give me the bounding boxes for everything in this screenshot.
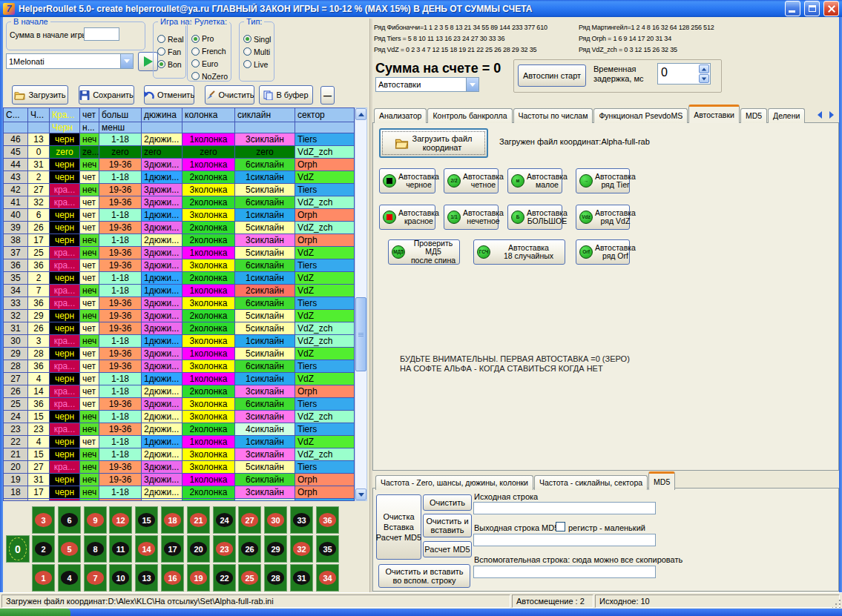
roulette-cell-32[interactable]: 32	[290, 535, 313, 563]
roulette-cell-18[interactable]: 18	[161, 506, 184, 534]
minimize-button[interactable]	[785, 1, 800, 16]
table-row[interactable]: 1723кра...неч19-362дюжи...2колонка4сикла…	[4, 499, 354, 501]
main-tab-2[interactable]: Контроль банкролла	[427, 108, 512, 123]
roulette-cell-23[interactable]: 23	[213, 535, 236, 563]
taskbar[interactable]	[0, 609, 842, 616]
roulette-cell-36[interactable]: 36	[316, 506, 339, 534]
table-row[interactable]: 2323кра...неч19-362дюжи...2колонка4сикла…	[4, 423, 354, 436]
autobet-odd-button[interactable]: 1/1Автоставканечетное	[444, 205, 499, 230]
scrollbar-thumb[interactable]	[355, 297, 366, 371]
roulette-cell-33[interactable]: 33	[290, 506, 313, 534]
roulette-cell-9[interactable]: 9	[84, 506, 107, 534]
autobet-small-button[interactable]: мАвтоставкамалое	[507, 168, 562, 193]
roulette-cell-15[interactable]: 15	[135, 506, 158, 534]
table-row[interactable]: 274чернчет1-181дюжи...1колонка1сиклайнVd…	[4, 373, 354, 385]
md5-clear-button[interactable]: Очистить	[423, 494, 472, 511]
radio-nozero[interactable]: NoZero	[191, 71, 228, 81]
close-button[interactable]	[823, 1, 839, 16]
mode-combobox[interactable]: Автоставки	[375, 77, 479, 92]
table-row[interactable]: 4613черннеч1-182дюжи...1колонка3сиклайнT…	[4, 133, 354, 146]
table-row[interactable]: 1817черннеч1-182дюжи...2колонка3сиклайнO…	[4, 486, 354, 499]
save-button[interactable]: Сохранить	[79, 85, 134, 105]
autobet-black-button[interactable]: Автоставкачерное	[379, 168, 435, 193]
aux-string-input[interactable]	[473, 566, 656, 578]
check-md5-after-spin-button[interactable]: МД5Проверить МД5после спина	[388, 239, 460, 265]
radio-real[interactable]: Real	[157, 34, 182, 44]
main-tab-1[interactable]: Анализатор	[374, 108, 427, 123]
chevron-down-icon[interactable]	[466, 78, 478, 91]
table-row[interactable]: 2928чернчет19-363дюжи...1колонка5сиклайн…	[4, 348, 354, 360]
table-row[interactable]: 432чернчет1-181дюжи...2колонка1сиклайнVd…	[4, 171, 354, 184]
table-row[interactable]: 3817черннеч1-182дюжи...2колонка3сиклайнO…	[4, 234, 354, 247]
roulette-cell-34[interactable]: 34	[316, 564, 339, 592]
roulette-cell-10[interactable]: 10	[109, 564, 132, 592]
table-row[interactable]: 3229черннеч19-363дюжи...2колонка5сиклайн…	[4, 310, 354, 322]
roulette-cell-12[interactable]: 12	[109, 506, 132, 534]
delay-spinner[interactable]: 0	[657, 63, 711, 85]
table-row[interactable]: 3725кра...неч19-363дюжи...1колонка5сикла…	[4, 247, 354, 259]
maximize-button[interactable]	[804, 1, 820, 16]
load-coordinates-button[interactable]: Загрузить файлкоординат	[379, 128, 488, 158]
roulette-cell-27[interactable]: 27	[238, 506, 261, 534]
table-row[interactable]: 3336кра...чет19-363дюжи...3колонка6сикла…	[4, 297, 354, 310]
roulette-cell-zero[interactable]: 0	[6, 535, 30, 563]
table-row[interactable]: 3926чернчет19-363дюжи...2колонка5сиклайн…	[4, 222, 354, 234]
autobet-vdz-row-button[interactable]: VdzАвтоставкаряд VdZ	[576, 205, 630, 230]
resize-grip[interactable]	[832, 599, 841, 608]
roulette-cell-20[interactable]: 20	[187, 535, 210, 563]
freq-tab-1[interactable]: Частота - Zero, шансы, дюжины, колонки	[375, 475, 533, 490]
roulette-cell-5[interactable]: 5	[58, 535, 81, 563]
roulette-cell-7[interactable]: 7	[84, 564, 107, 592]
table-row[interactable]: 1931черннеч19-363дюжи...1колонка6сиклайн…	[4, 474, 354, 486]
table-row[interactable]: 352чернчет1-181дюжи...2колонка1сиклайнVd…	[4, 272, 354, 285]
tab-scroll-left-button[interactable]	[815, 109, 825, 121]
main-tab-3[interactable]: Частоты по числам	[513, 108, 593, 123]
table-scrollbar[interactable]	[355, 107, 367, 501]
tab-scroll-right-button[interactable]	[826, 109, 837, 121]
load-button[interactable]: Загрузить	[12, 85, 68, 105]
roulette-cell-4[interactable]: 4	[58, 564, 81, 592]
table-row[interactable]: 2614кра...чет1-182дюжи...2колонка3сиклай…	[4, 385, 354, 398]
autospin-start-button[interactable]: Автоспин старт	[518, 64, 586, 87]
table-row[interactable]: 4227кра...неч19-363дюжи...3колонка5сикла…	[4, 184, 354, 196]
roulette-cell-29[interactable]: 29	[264, 535, 287, 563]
radio-multi[interactable]: Multi	[243, 47, 271, 56]
start-sum-input[interactable]	[84, 27, 119, 41]
main-tab-7[interactable]: Делени	[768, 108, 805, 123]
roulette-cell-24[interactable]: 24	[213, 506, 236, 534]
table-row[interactable]: 347кра...неч1-181дюжи...1колонка2сиклайн…	[4, 285, 354, 297]
main-tab-4[interactable]: Функционал PsevdoMS	[593, 108, 688, 123]
table-row[interactable]: 406чернчет1-181дюжи...3колонка1сиклайнOr…	[4, 209, 354, 222]
radio-french[interactable]: French	[191, 47, 228, 56]
radio-live[interactable]: Live	[243, 59, 271, 69]
roulette-cell-26[interactable]: 26	[238, 535, 261, 563]
roulette-cell-13[interactable]: 13	[135, 564, 158, 592]
table-row[interactable]: 450zeroze...zerozerozerozeroVdZ_zch	[4, 146, 354, 159]
scroll-up-button[interactable]	[355, 108, 366, 120]
roulette-cell-3[interactable]: 3	[32, 506, 55, 534]
roulette-cell-1[interactable]: 1	[32, 564, 55, 592]
roulette-cell-25[interactable]: 25	[238, 564, 261, 592]
radio-euro[interactable]: Euro	[191, 59, 228, 69]
register-checkbox[interactable]	[556, 522, 565, 531]
roulette-cell-31[interactable]: 31	[290, 564, 313, 592]
roulette-cell-2[interactable]: 2	[32, 535, 55, 563]
spin-up-button[interactable]	[699, 64, 709, 73]
roulette-cell-28[interactable]: 28	[264, 564, 287, 592]
md5-calc-button[interactable]: Расчет MD5	[423, 541, 472, 557]
roulette-cell-21[interactable]: 21	[187, 506, 210, 534]
autobet-even-button[interactable]: 2/2Автоставкачетное	[444, 168, 499, 193]
roulette-cell-16[interactable]: 16	[161, 564, 184, 592]
autobet-red-button[interactable]: Автоставкакрасное	[379, 205, 435, 230]
clear-button[interactable]: Очистить	[205, 85, 254, 105]
roulette-cell-8[interactable]: 8	[84, 535, 107, 563]
table-row[interactable]: 2836кра...чет19-363дюжи...3колонка6сикла…	[4, 360, 354, 373]
scroll-down-button[interactable]	[355, 489, 366, 500]
autobet-orf-row-button[interactable]: OrfАвтоставкаряд Orf	[576, 239, 630, 265]
radio-singl[interactable]: Singl	[243, 34, 271, 44]
freq-tab-3[interactable]: MD5	[648, 471, 675, 490]
roulette-cell-22[interactable]: 22	[213, 564, 236, 592]
spin-down-button[interactable]	[699, 74, 709, 83]
clear-paste-aux-button[interactable]: Очистить и вставить во вспом. строку	[378, 564, 470, 588]
table-row[interactable]: 2536кра...чет19-363дюжи...3колонка6сикла…	[4, 398, 354, 411]
